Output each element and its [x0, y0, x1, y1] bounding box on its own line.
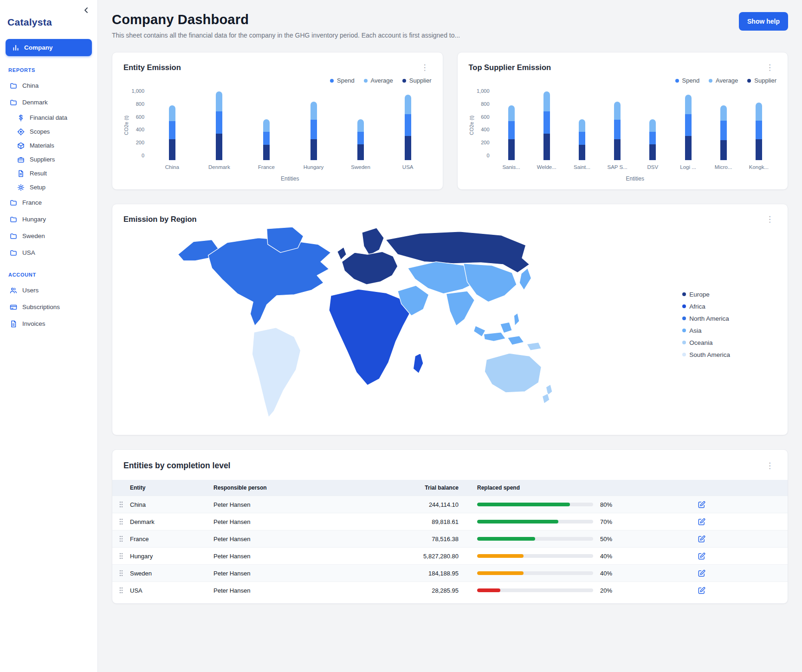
map-region-oceania[interactable]: [542, 394, 550, 404]
edit-button[interactable]: [688, 569, 715, 577]
sidebar-item-financial-data[interactable]: Financial data: [6, 111, 92, 124]
sidebar-item-denmark[interactable]: Denmark: [6, 94, 92, 110]
drag-handle-icon[interactable]: [112, 501, 130, 508]
bar-segment-supplier[interactable]: [614, 139, 621, 160]
edit-button[interactable]: [688, 518, 715, 526]
edit-button[interactable]: [688, 552, 715, 560]
sidebar-item-usa[interactable]: USA: [6, 245, 92, 261]
stacked-bar[interactable]: [543, 90, 550, 160]
bar-segment-average[interactable]: [310, 102, 317, 120]
bar-segment-supplier[interactable]: [649, 144, 656, 161]
sidebar-item-hungary[interactable]: Hungary: [6, 211, 92, 227]
bar-segment-spend[interactable]: [720, 121, 727, 140]
bar-segment-supplier[interactable]: [405, 136, 411, 161]
show-help-button[interactable]: Show help: [739, 12, 788, 31]
map-legend-item-south-america[interactable]: South America: [682, 351, 730, 358]
legend-item-spend[interactable]: Spend: [330, 77, 355, 84]
kebab-menu-icon[interactable]: ⋮: [763, 214, 776, 224]
bar-segment-average[interactable]: [263, 119, 270, 132]
bar-segment-spend[interactable]: [649, 132, 656, 144]
stacked-bar[interactable]: [720, 90, 727, 160]
stacked-bar[interactable]: [685, 90, 692, 160]
bar-segment-spend[interactable]: [169, 121, 175, 139]
bar-segment-average[interactable]: [756, 103, 762, 121]
world-map[interactable]: [153, 226, 562, 423]
map-legend-item-europe[interactable]: Europe: [682, 291, 730, 298]
bar-segment-spend[interactable]: [756, 121, 762, 140]
stacked-bar[interactable]: [310, 90, 317, 160]
sidebar-item-materials[interactable]: Materials: [6, 139, 92, 152]
kebab-menu-icon[interactable]: ⋮: [763, 461, 776, 471]
map-legend-item-north-america[interactable]: North America: [682, 315, 730, 322]
map-region-oceania[interactable]: [527, 342, 542, 350]
legend-item-supplier[interactable]: Supplier: [402, 77, 432, 84]
bar-segment-average[interactable]: [405, 95, 411, 114]
edit-button[interactable]: [688, 535, 715, 543]
bar-segment-supplier[interactable]: [169, 139, 175, 160]
bar-segment-supplier[interactable]: [310, 139, 317, 160]
bar-segment-supplier[interactable]: [263, 145, 270, 160]
sidebar-collapse-button[interactable]: [79, 4, 94, 18]
map-region-asia[interactable]: [507, 336, 524, 345]
bar-segment-spend[interactable]: [685, 114, 692, 136]
sidebar-item-sweden[interactable]: Sweden: [6, 228, 92, 244]
map-legend-item-oceania[interactable]: Oceania: [682, 339, 730, 346]
map-region-asia[interactable]: [484, 332, 505, 342]
stacked-bar[interactable]: [756, 90, 762, 160]
bar-segment-average[interactable]: [357, 119, 364, 132]
bar-segment-average[interactable]: [649, 119, 656, 132]
stacked-bar[interactable]: [216, 90, 222, 160]
sidebar-item-suppliers[interactable]: Suppliers: [6, 153, 92, 166]
bar-segment-supplier[interactable]: [756, 139, 762, 160]
stacked-bar[interactable]: [649, 90, 656, 160]
map-region-asia[interactable]: [519, 268, 531, 290]
map-region-africa[interactable]: [413, 353, 423, 373]
stacked-bar[interactable]: [614, 90, 621, 160]
sidebar-item-china[interactable]: China: [6, 78, 92, 94]
stacked-bar[interactable]: [263, 90, 270, 160]
map-region-asia[interactable]: [514, 313, 519, 326]
bar-segment-average[interactable]: [169, 105, 175, 122]
bar-segment-supplier[interactable]: [685, 136, 692, 161]
map-region-asia[interactable]: [446, 291, 474, 326]
bar-segment-spend[interactable]: [614, 120, 621, 139]
edit-button[interactable]: [688, 501, 715, 509]
stacked-bar[interactable]: [357, 90, 364, 160]
map-region-south-america[interactable]: [252, 328, 301, 417]
sidebar-item-invoices[interactable]: Invoices: [6, 316, 92, 332]
drag-handle-icon[interactable]: [112, 587, 130, 594]
legend-item-average[interactable]: Average: [709, 77, 738, 84]
bar-segment-average[interactable]: [216, 91, 222, 112]
map-legend-item-asia[interactable]: Asia: [682, 327, 730, 334]
sidebar-item-company[interactable]: Company: [6, 39, 92, 56]
bar-segment-spend[interactable]: [508, 121, 515, 139]
kebab-menu-icon[interactable]: ⋮: [418, 63, 432, 72]
bar-segment-average[interactable]: [720, 105, 727, 121]
bar-segment-average[interactable]: [685, 95, 692, 114]
map-region-north-america[interactable]: [208, 238, 331, 326]
kebab-menu-icon[interactable]: ⋮: [763, 63, 776, 72]
bar-segment-average[interactable]: [543, 91, 550, 112]
bar-segment-supplier[interactable]: [357, 144, 364, 161]
stacked-bar[interactable]: [405, 90, 411, 160]
bar-segment-supplier[interactable]: [508, 139, 515, 160]
drag-handle-icon[interactable]: [112, 535, 130, 543]
sidebar-item-result[interactable]: Result: [6, 167, 92, 180]
bar-segment-supplier[interactable]: [216, 134, 222, 160]
bar-segment-spend[interactable]: [310, 120, 317, 139]
bar-segment-average[interactable]: [614, 102, 621, 120]
bar-segment-supplier[interactable]: [543, 134, 550, 160]
sidebar-item-users[interactable]: Users: [6, 282, 92, 298]
edit-button[interactable]: [688, 587, 715, 594]
stacked-bar[interactable]: [508, 90, 515, 160]
bar-segment-spend[interactable]: [543, 111, 550, 134]
bar-segment-supplier[interactable]: [579, 145, 585, 160]
sidebar-item-france[interactable]: France: [6, 194, 92, 211]
bar-segment-spend[interactable]: [405, 114, 411, 136]
stacked-bar[interactable]: [169, 90, 175, 160]
drag-handle-icon[interactable]: [112, 552, 130, 560]
bar-segment-spend[interactable]: [579, 132, 585, 145]
sidebar-item-subscriptions[interactable]: Subscriptions: [6, 299, 92, 315]
map-region-oceania[interactable]: [485, 353, 541, 393]
sidebar-item-scopes[interactable]: Scopes: [6, 125, 92, 138]
